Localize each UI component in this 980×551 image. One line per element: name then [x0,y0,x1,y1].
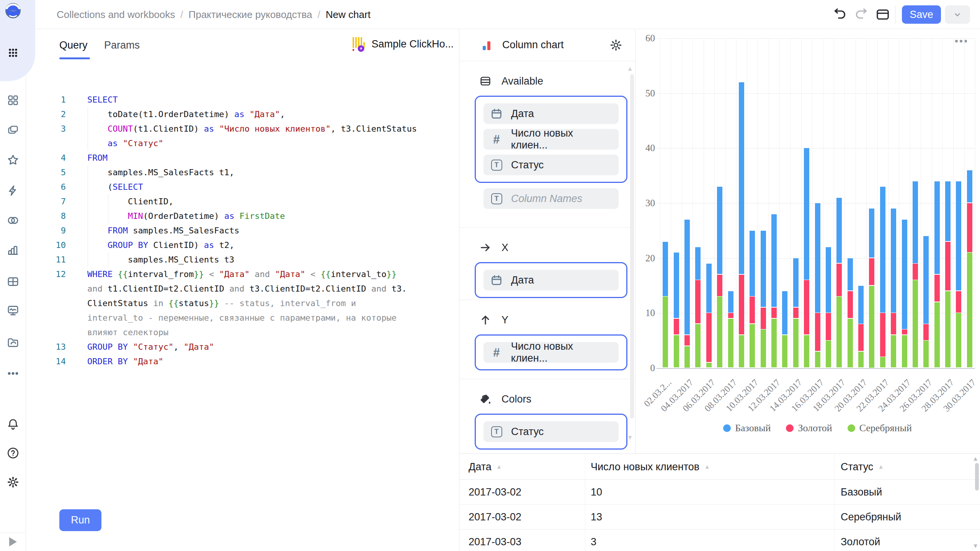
bar-segment[interactable] [815,352,820,368]
bar-segment[interactable] [674,319,679,335]
bar-segment[interactable] [967,253,972,367]
bar-segment[interactable] [956,181,961,291]
bar-segment[interactable] [848,258,853,291]
help-icon[interactable] [5,445,21,461]
bar-segment[interactable] [793,308,799,318]
bar-segment[interactable] [684,346,690,368]
bar-segment[interactable] [891,335,896,368]
bar-segment[interactable] [728,319,733,368]
bar-segment[interactable] [750,297,755,323]
sql-code-editor[interactable]: 1SELECT2 toDate(t1.OrderDatetime) as "Да… [26,90,459,473]
dropzone-available[interactable]: Дата#Число новых клиен...TСтатус [475,96,627,183]
bar-segment[interactable] [956,291,961,313]
panel-scrollbar[interactable] [630,74,634,419]
bar-segment[interactable] [967,170,972,203]
field-pill[interactable]: #Число новых клиен... [483,342,619,363]
table-scrollbar[interactable] [975,463,979,491]
bar-segment[interactable] [663,242,668,296]
bar-segment[interactable] [771,214,777,307]
bar-segment[interactable] [891,313,896,334]
chart-settings-gear-icon[interactable] [609,38,623,52]
panel-scroll-up-icon[interactable]: ▲ [627,65,633,73]
services-grid-icon[interactable] [5,93,21,108]
bar-segment[interactable] [880,357,885,367]
bar-segment[interactable] [913,181,918,263]
bar-segment[interactable] [771,308,777,318]
dataset-chip[interactable]: Sample ClickHo... [351,36,454,52]
bar-segment[interactable] [663,297,668,367]
redo-icon[interactable] [854,7,869,22]
bar-segment[interactable] [750,231,755,296]
bar-segment[interactable] [934,181,940,274]
bar-segment[interactable] [728,313,733,318]
bar-segment[interactable] [782,335,787,368]
tab-query[interactable]: Query [59,29,88,61]
bar-segment[interactable] [739,275,744,335]
bar-segment[interactable] [836,198,842,263]
bar-segment[interactable] [858,352,864,368]
bar-segment[interactable] [706,363,712,368]
datalens-logo[interactable] [5,3,21,18]
column-header-3[interactable]: Статус▲ [841,454,884,480]
bar-segment[interactable] [923,341,929,367]
field-pill[interactable]: TСтатус [483,421,619,442]
bar-segment[interactable] [695,280,701,323]
favorites-star-icon[interactable] [5,152,21,168]
bar-segment[interactable] [674,253,679,318]
bar-segment[interactable] [761,308,766,329]
storage-folder-icon[interactable] [5,334,21,350]
bar-segment[interactable] [739,82,744,274]
chart-type-label[interactable]: Column chart [502,39,564,51]
column-header-1[interactable]: Дата▲ [469,454,502,480]
breadcrumb-item[interactable]: Collections and workbooks [57,9,175,21]
dropzone-colors[interactable]: TСтатус [475,414,627,450]
collections-icon[interactable] [5,122,21,138]
field-pill[interactable]: Дата [483,103,619,124]
bar-segment[interactable] [826,247,831,313]
bar-segment[interactable] [956,313,961,367]
bar-segment[interactable] [869,286,874,368]
bar-segment[interactable] [717,275,722,296]
bar-segment[interactable] [858,286,864,324]
bar-segment[interactable] [750,324,755,367]
bar-segment[interactable] [684,335,690,346]
save-button[interactable]: Save [902,5,941,24]
dashboards-monitor-icon[interactable] [5,303,21,318]
bar-segment[interactable] [923,236,929,323]
bar-segment[interactable] [804,335,809,368]
run-button[interactable]: Run [59,509,101,531]
sidebar-expand-icon[interactable] [9,537,17,546]
bar-segment[interactable] [945,291,951,368]
bar-segment[interactable] [869,258,874,285]
bar-segment[interactable] [902,335,907,368]
bar-segment[interactable] [695,247,701,280]
field-pill[interactable]: TСтатус [483,155,619,175]
settings-gear-icon[interactable] [5,474,21,490]
bar-segment[interactable] [902,220,907,329]
bar-segment[interactable] [836,264,842,296]
bar-segment[interactable] [706,313,712,362]
bar-segment[interactable] [869,209,874,258]
dropzone-y[interactable]: #Число новых клиен... [475,334,627,370]
charts-icon[interactable] [5,243,21,258]
save-options-button[interactable] [945,5,970,24]
bar-segment[interactable] [717,297,722,367]
bar-segment[interactable] [674,335,679,368]
datasets-circles-icon[interactable] [5,213,21,228]
bar-segment[interactable] [934,275,940,302]
bar-segment[interactable] [804,148,809,279]
bar-segment[interactable] [848,291,853,318]
bar-segment[interactable] [782,291,787,334]
column-header-2[interactable]: Число новых клиентов▲ [591,454,710,480]
field-pill[interactable]: #Число новых клиен... [483,129,619,150]
apps-grid-icon[interactable] [5,45,21,60]
bar-segment[interactable] [717,187,722,274]
undo-icon[interactable] [832,7,848,22]
breadcrumb-item[interactable]: Практические руководства [189,9,312,21]
panel-scroll-down-icon[interactable]: ▼ [627,434,633,442]
tables-icon[interactable] [5,274,21,289]
bar-segment[interactable] [913,280,918,367]
bar-segment[interactable] [793,319,799,368]
legend-item[interactable]: Золотой [786,422,832,434]
bar-segment[interactable] [804,280,809,334]
